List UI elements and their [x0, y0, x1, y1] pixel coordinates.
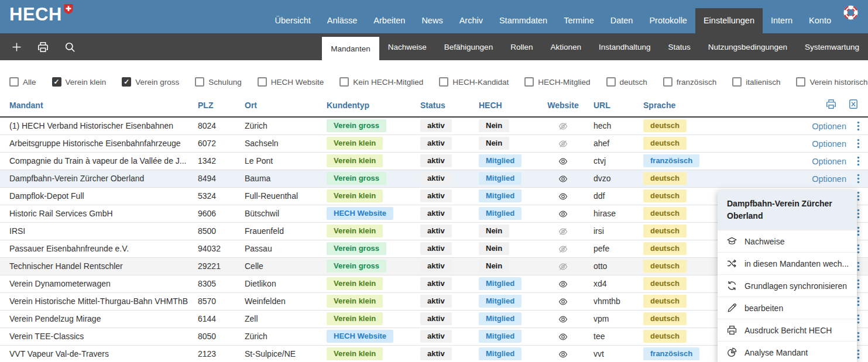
context-menu-item-analyse-mandant[interactable]: Analyse Mandant	[718, 341, 857, 362]
cell-sprache: französisch	[639, 345, 715, 362]
options-link[interactable]: Optionen	[812, 174, 846, 184]
column-header-status[interactable]: Status	[416, 95, 474, 117]
filter-verein-gross[interactable]: Verein gross	[122, 77, 179, 87]
cell-plz: 29221	[193, 257, 240, 275]
cell-hech: Nein	[474, 135, 537, 152]
kebab-menu-icon[interactable]	[846, 122, 860, 131]
top-nav-item-konto[interactable]: Konto	[801, 8, 839, 33]
filter-hech-mitglied[interactable]: HECH-Mitglied	[524, 77, 590, 87]
top-nav-item-archiv[interactable]: Archiv	[451, 8, 491, 33]
filter-hech-website[interactable]: HECH Website	[258, 77, 324, 87]
tab-mandanten[interactable]: Mandanten	[322, 37, 379, 60]
column-header-sprache[interactable]: Sprache	[639, 95, 715, 117]
column-header-url[interactable]: URL	[589, 95, 639, 117]
tab-systemwartung[interactable]: Systemwartung	[796, 33, 868, 60]
options-link[interactable]: Optionen	[812, 122, 846, 131]
checkbox-unchecked-icon[interactable]	[663, 77, 673, 87]
sprache-badge: deutsch	[643, 119, 687, 132]
tab-rollen[interactable]: Rollen	[502, 33, 541, 60]
checkbox-unchecked-icon[interactable]	[439, 77, 448, 87]
cell-ort: Bauma	[240, 170, 322, 187]
column-header-kundentyp[interactable]: Kundentyp	[322, 95, 416, 117]
kebab-menu-icon[interactable]	[846, 174, 860, 184]
add-button[interactable]	[12, 42, 22, 52]
cell-url: vhmthb	[589, 292, 639, 310]
top-nav-item-termine[interactable]: Termine	[555, 8, 602, 33]
cell-ort: Passau	[240, 240, 322, 257]
top-nav-item-einstellungen[interactable]: Einstellungen	[695, 8, 763, 33]
top-nav-item-protokolle[interactable]: Protokolle	[641, 8, 695, 33]
search-button[interactable]	[64, 42, 76, 53]
cell-ort: Dietlikon	[240, 275, 322, 292]
tab-bef-higungen[interactable]: Befähigungen	[435, 33, 502, 60]
column-header-mandant[interactable]: Mandant	[0, 95, 193, 117]
table-print-icon[interactable]	[826, 102, 836, 111]
print-button[interactable]	[37, 42, 49, 53]
tab-status[interactable]: Status	[660, 33, 699, 60]
checkbox-unchecked-icon[interactable]	[195, 77, 204, 87]
kebab-menu-icon[interactable]	[846, 157, 860, 166]
hech-badge: Mitglied	[479, 154, 522, 167]
top-nav-item-bersicht[interactable]: Übersicht	[267, 8, 319, 33]
brand-logo[interactable]: HECH	[0, 0, 79, 33]
filter-italienisch[interactable]: italienisch	[732, 77, 780, 87]
filter-kein-hech-mitglied[interactable]: Kein HECH-Mitglied	[339, 77, 423, 87]
column-header-ort[interactable]: Ort	[240, 95, 322, 117]
checkbox-unchecked-icon[interactable]	[606, 77, 616, 87]
checkbox-unchecked-icon[interactable]	[9, 77, 19, 87]
context-menu-item-ausdruck-bericht-hech[interactable]: Ausdruck Bericht HECH	[718, 319, 857, 341]
status-badge: aktiv	[420, 119, 452, 132]
filter-alle[interactable]: Alle	[9, 77, 36, 87]
top-nav-item-stammdaten[interactable]: Stammdaten	[491, 8, 555, 33]
status-badge: aktiv	[420, 260, 452, 273]
help-lifering-icon[interactable]	[839, 0, 868, 25]
checkbox-unchecked-icon[interactable]	[258, 77, 267, 87]
top-nav-item-intern[interactable]: Intern	[763, 8, 801, 33]
options-link[interactable]: Optionen	[812, 139, 846, 149]
filter-verein-klein[interactable]: Verein klein	[52, 77, 107, 87]
column-header-plz[interactable]: PLZ	[193, 95, 240, 117]
filter-hech-kandidat[interactable]: HECH-Kandidat	[439, 77, 509, 87]
checkbox-unchecked-icon[interactable]	[796, 77, 805, 87]
top-nav-item-arbeiten[interactable]: Arbeiten	[365, 8, 413, 33]
checkbox-checked-icon[interactable]	[122, 77, 131, 87]
column-header-website[interactable]: Website	[537, 95, 589, 117]
tab-nutzungsbedingungen[interactable]: Nutzungsbedingungen	[699, 33, 796, 60]
checkbox-unchecked-icon[interactable]	[524, 77, 534, 87]
cell-url: vpm	[589, 310, 639, 327]
top-nav-item-daten[interactable]: Daten	[602, 8, 641, 33]
checkbox-checked-icon[interactable]	[52, 77, 61, 87]
excel-export-icon[interactable]	[848, 102, 859, 111]
options-link[interactable]: Optionen	[812, 157, 846, 166]
context-menu-item-bearbeiten[interactable]: bearbeiten	[718, 297, 857, 319]
filter-verein-historisch[interactable]: Verein historisch	[796, 77, 867, 87]
context-menu-item-in-diesen-mandanten-wech[interactable]: in diesen Mandanten wech...	[718, 252, 857, 274]
top-nav-item-anl-sse[interactable]: Anlässe	[319, 8, 366, 33]
website-eye-icon	[537, 327, 589, 345]
cell-sprache: deutsch	[639, 240, 715, 257]
top-nav-item-news[interactable]: News	[413, 8, 451, 33]
tab-instandhaltung[interactable]: Instandhaltung	[590, 33, 660, 60]
filter-schulung[interactable]: Schulung	[195, 77, 241, 87]
tab-aktionen[interactable]: Aktionen	[541, 33, 590, 60]
cell-mandant: Passauer Eisenbahnfreunde e.V.	[0, 240, 193, 257]
checkbox-unchecked-icon[interactable]	[732, 77, 742, 87]
context-menu-item-nachweise[interactable]: Nachweise	[718, 230, 857, 252]
sprache-badge: deutsch	[643, 312, 687, 325]
checkbox-unchecked-icon[interactable]	[339, 77, 349, 87]
filter-label: deutsch	[620, 78, 647, 87]
tab-nachweise[interactable]: Nachweise	[379, 33, 435, 60]
filter-label: HECH-Mitglied	[538, 78, 590, 87]
context-menu-item-grundlagen-synchronisieren[interactable]: Grundlagen synchronisieren	[718, 274, 857, 297]
cell-url: xd4	[589, 275, 639, 292]
hech-badge: Nein	[479, 260, 509, 273]
kebab-menu-icon[interactable]	[846, 139, 860, 149]
column-header-hech[interactable]: HECH	[474, 95, 537, 117]
cell-kundentyp: Verein klein	[322, 310, 416, 327]
hech-badge: Mitglied	[479, 312, 522, 325]
filter-deutsch[interactable]: deutsch	[606, 77, 647, 87]
filter-label: Kein HECH-Mitglied	[353, 78, 423, 87]
sprache-badge: deutsch	[643, 295, 687, 308]
filter-franz-sisch[interactable]: französisch	[663, 77, 716, 87]
cell-status: aktiv	[416, 135, 474, 152]
